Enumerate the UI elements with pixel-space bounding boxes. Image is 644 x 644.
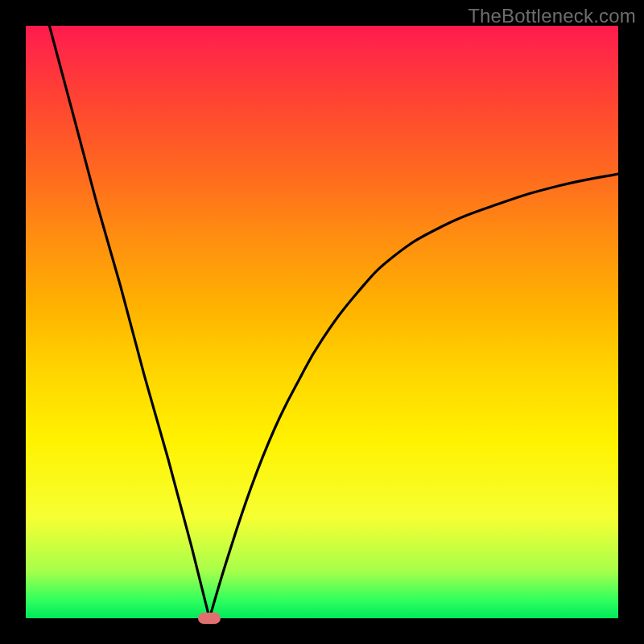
watermark-text: TheBottleneck.com	[468, 5, 636, 27]
optimal-marker	[198, 613, 221, 624]
chart-frame: TheBottleneck.com	[0, 0, 644, 644]
bottleneck-curve	[26, 26, 618, 618]
plot-area	[26, 26, 618, 618]
curve-path	[49, 26, 618, 618]
